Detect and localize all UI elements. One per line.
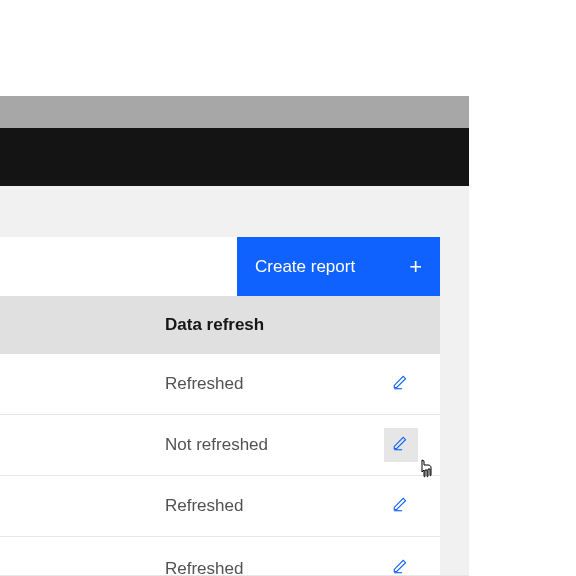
create-report-label: Create report: [255, 257, 355, 277]
table-row: Refreshed: [0, 354, 440, 415]
edit-button[interactable]: [384, 551, 418, 576]
table-row: Refreshed: [0, 537, 440, 576]
edit-icon: [392, 434, 410, 457]
column-header-data-refresh: Data refresh: [0, 296, 440, 354]
browser-chrome-bar: [0, 96, 469, 128]
create-report-button[interactable]: Create report +: [237, 237, 440, 296]
edit-button[interactable]: [384, 428, 418, 462]
edit-icon: [392, 373, 410, 396]
plus-icon: +: [409, 256, 422, 278]
edit-icon: [392, 557, 410, 577]
status-cell: Refreshed: [165, 374, 243, 394]
edit-button[interactable]: [384, 367, 418, 401]
status-cell: Refreshed: [165, 496, 243, 516]
edit-button[interactable]: [384, 489, 418, 523]
column-header-label: Data refresh: [165, 315, 264, 335]
table-row: Refreshed: [0, 476, 440, 537]
status-cell: Refreshed: [165, 559, 243, 576]
table-row: Not refreshed: [0, 415, 440, 476]
edit-icon: [392, 495, 410, 518]
app-header-bar: [0, 128, 469, 186]
status-cell: Not refreshed: [165, 435, 268, 455]
reports-panel: Create report + Data refresh Refreshed N…: [0, 237, 440, 576]
